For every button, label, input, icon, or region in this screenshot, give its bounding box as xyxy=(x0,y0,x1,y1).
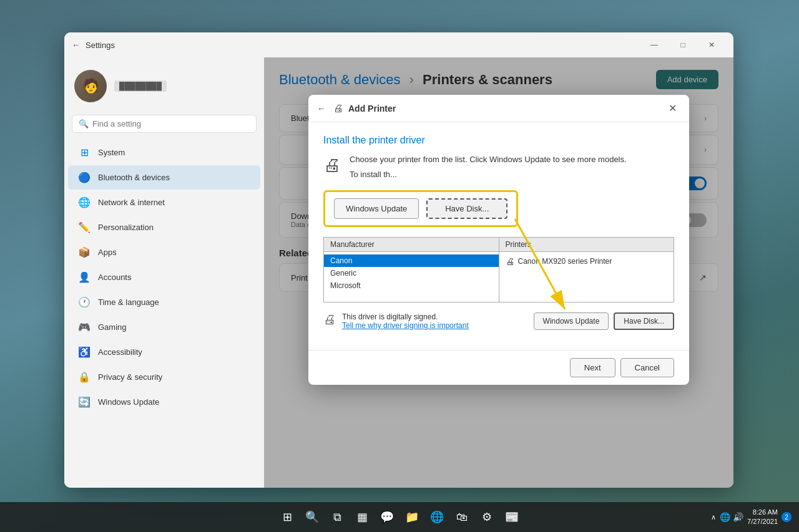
dialog-printer-title-icon: 🖨 xyxy=(333,103,343,114)
dialog-footer: Next Cancel xyxy=(308,350,689,385)
printer-item-icon: 🖨 xyxy=(506,256,514,266)
taskbar-tray-up[interactable]: ∧ xyxy=(711,513,716,521)
minimize-button[interactable]: — xyxy=(640,35,669,55)
explorer-button[interactable]: 📁 xyxy=(401,506,423,528)
manufacturer-microsoft[interactable]: Microsoft xyxy=(324,279,499,292)
edge-button[interactable]: 🌐 xyxy=(426,506,448,528)
search-box[interactable]: 🔍 xyxy=(72,115,257,133)
manufacturer-list: Canon Generic Microsoft xyxy=(324,252,499,302)
privacy-icon: 🔒 xyxy=(78,371,91,383)
accounts-icon: 👤 xyxy=(78,271,91,283)
chat-button[interactable]: 💬 xyxy=(376,506,398,528)
printer-item-canon-mx920[interactable]: 🖨 Canon MX920 series Printer xyxy=(499,254,674,268)
taskbar-time-text: 8:26 AM xyxy=(747,508,778,517)
task-view-button[interactable]: ⧉ xyxy=(326,506,348,528)
sidebar-item-label: Accounts xyxy=(98,273,131,282)
time-icon: 🕐 xyxy=(78,296,91,308)
sidebar-item-label: Time & language xyxy=(98,297,159,307)
dialog-description: Choose your printer from the list. Click… xyxy=(350,153,627,166)
dialog-close-button[interactable]: ✕ xyxy=(665,101,680,115)
search-icon: 🔍 xyxy=(79,119,89,128)
settings-button[interactable]: ⚙ xyxy=(476,506,498,528)
sidebar-item-label: Privacy & security xyxy=(98,372,162,382)
sidebar-item-label: Windows Update xyxy=(98,397,159,407)
sidebar-item-privacy[interactable]: 🔒 Privacy & security xyxy=(68,365,260,389)
avatar: 🧑 xyxy=(74,70,107,102)
next-button[interactable]: Next xyxy=(570,358,615,377)
sidebar-item-bluetooth[interactable]: 🔵 Bluetooth & devices xyxy=(68,165,260,190)
title-bar: ← Settings — □ ✕ xyxy=(64,32,733,57)
sidebar-item-gaming[interactable]: 🎮 Gaming xyxy=(68,315,260,339)
search-input[interactable] xyxy=(92,119,250,128)
digitally-signed-text: This driver is digitally signed. xyxy=(342,312,469,321)
sidebar-item-system[interactable]: ⊞ System xyxy=(68,140,260,165)
dialog-overlay: ← 🖨 Add Printer ✕ Install the printer dr… xyxy=(264,57,733,488)
window-title: Settings xyxy=(86,41,115,50)
printers-pane: Printers 🖨 Canon MX920 series Printer xyxy=(499,238,674,302)
sidebar-item-label: Bluetooth & devices xyxy=(98,173,170,182)
bottom-buttons-group: Windows Update Have Disk... xyxy=(534,312,674,330)
dialog-back-button[interactable]: ← xyxy=(317,104,326,114)
sidebar: 🧑 ████████ 🔍 ⊞ System 🔵 Bluetooth & devi… xyxy=(64,57,264,488)
system-icon: ⊞ xyxy=(78,147,91,158)
bluetooth-icon: 🔵 xyxy=(78,172,91,183)
personalization-icon: ✏️ xyxy=(78,221,91,233)
main-content: Bluetooth & devices › Printers & scanner… xyxy=(264,57,733,488)
language-icon[interactable]: 🌐 xyxy=(720,512,730,522)
manufacturer-generic[interactable]: Generic xyxy=(324,267,499,279)
close-button[interactable]: ✕ xyxy=(697,35,726,55)
manufacturer-canon[interactable]: Canon xyxy=(324,254,499,267)
sidebar-item-windows-update[interactable]: 🔄 Windows Update xyxy=(68,390,260,414)
store-button[interactable]: 🛍 xyxy=(451,506,473,528)
driver-list-container: Manufacturer Canon Generic Microsoft Pri… xyxy=(323,237,674,302)
news-button[interactable]: 📰 xyxy=(501,506,523,528)
back-button[interactable]: ← xyxy=(72,40,81,50)
have-disk-button-bottom[interactable]: Have Disk... xyxy=(614,312,674,330)
sidebar-item-label: Gaming xyxy=(98,322,127,332)
driver-signing-link[interactable]: Tell me why driver signing is important xyxy=(342,321,469,330)
printers-list: 🖨 Canon MX920 series Printer xyxy=(499,252,674,302)
taskbar-clock[interactable]: 8:26 AM 7/27/2021 xyxy=(747,508,778,527)
sidebar-item-personalization[interactable]: ✏️ Personalization xyxy=(68,215,260,239)
user-name-blurred: ████████ xyxy=(114,80,167,92)
printer-big-icon: 🖨 xyxy=(323,155,341,175)
sidebar-item-accounts[interactable]: 👤 Accounts xyxy=(68,265,260,289)
search-taskbar-button[interactable]: 🔍 xyxy=(301,506,323,528)
windows-update-button-bottom[interactable]: Windows Update xyxy=(534,312,609,330)
windows-update-button-highlight[interactable]: Windows Update xyxy=(334,198,419,219)
sidebar-item-network[interactable]: 🌐 Network & internet xyxy=(68,190,260,215)
dialog-titlebar: ← 🖨 Add Printer ✕ xyxy=(308,95,689,122)
window-controls: — □ ✕ xyxy=(640,35,726,55)
accessibility-icon: ♿ xyxy=(78,346,91,358)
gaming-icon: 🎮 xyxy=(78,321,91,333)
taskbar-center: ⊞ 🔍 ⧉ ▦ 💬 📁 🌐 🛍 ⚙ 📰 xyxy=(276,506,523,528)
sidebar-item-time[interactable]: 🕐 Time & language xyxy=(68,290,260,314)
start-button[interactable]: ⊞ xyxy=(276,506,298,528)
highlight-box: Windows Update Have Disk... xyxy=(323,190,518,227)
network-icon: 🌐 xyxy=(78,196,91,208)
volume-icon[interactable]: 🔊 xyxy=(733,512,743,522)
sidebar-item-apps[interactable]: 📦 Apps xyxy=(68,240,260,264)
user-profile: 🧑 ████████ xyxy=(64,62,264,110)
printer-item-label: Canon MX920 series Printer xyxy=(518,257,612,266)
manufacturer-pane: Manufacturer Canon Generic Microsoft xyxy=(324,238,499,302)
apps-icon: 📦 xyxy=(78,246,91,258)
dialog-description-row: 🖨 Choose your printer from the list. Cli… xyxy=(323,153,674,180)
notification-badge[interactable]: 2 xyxy=(782,512,792,522)
dialog-title: Add Printer xyxy=(348,104,660,114)
cancel-button[interactable]: Cancel xyxy=(620,358,674,377)
add-printer-dialog: ← 🖨 Add Printer ✕ Install the printer dr… xyxy=(308,95,689,385)
have-disk-button-highlight[interactable]: Have Disk... xyxy=(426,198,507,219)
sidebar-item-accessibility[interactable]: ♿ Accessibility xyxy=(68,340,260,364)
taskbar-date-text: 7/27/2021 xyxy=(747,517,778,526)
manufacturer-header: Manufacturer xyxy=(324,238,499,252)
avatar-image: 🧑 xyxy=(74,70,107,102)
widgets-button[interactable]: ▦ xyxy=(351,506,373,528)
sidebar-item-label: System xyxy=(98,148,125,157)
sidebar-item-label: Personalization xyxy=(98,223,154,232)
printers-header: Printers xyxy=(499,238,674,252)
taskbar: ⊞ 🔍 ⧉ ▦ 💬 📁 🌐 🛍 ⚙ 📰 ∧ 🌐 🔊 8:26 AM 7/27/2… xyxy=(0,502,799,532)
certificate-icon: 🖨 xyxy=(323,312,336,327)
sidebar-item-label: Accessibility xyxy=(98,347,142,357)
maximize-button[interactable]: □ xyxy=(669,35,697,55)
